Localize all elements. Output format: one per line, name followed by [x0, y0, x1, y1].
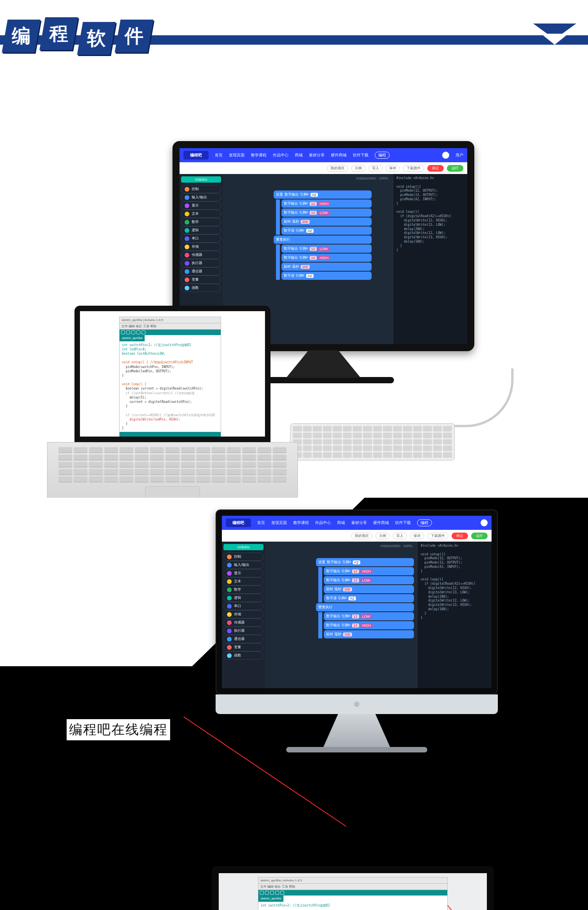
category-item[interactable]: 逻辑: [223, 594, 263, 602]
category-item[interactable]: 变量: [223, 643, 263, 651]
category-item[interactable]: 输入/输出: [181, 193, 221, 201]
toolbar-item[interactable]: 保存: [410, 533, 424, 539]
nav-item[interactable]: 教学课程: [251, 152, 267, 158]
arduino-toolbar[interactable]: [120, 330, 221, 335]
arduino-code-editor[interactable]: int switchPin=2; //定义switchPin连接D2 //添加别…: [258, 902, 447, 910]
toolbar-item[interactable]: 示例: [376, 533, 390, 539]
category-item[interactable]: 执行器: [181, 259, 221, 267]
block-digital-write[interactable]: 数字输出 引脚#12LOW: [281, 245, 372, 253]
nav-item[interactable]: 发现页面: [229, 152, 245, 158]
category-item[interactable]: 传感器: [181, 251, 221, 259]
category-item[interactable]: 变量: [181, 276, 221, 284]
category-item[interactable]: 文本: [223, 577, 263, 586]
block-stack[interactable]: 设置 数字输出 引脚# A2 数字输出 引脚#12HIGH 数字输出 引脚#13…: [316, 557, 414, 639]
window-menu[interactable]: 文件 编辑 项目 工具 帮助: [120, 323, 221, 330]
generated-code-panel[interactable]: #include <Arduino.h> void setup(){ pinMo…: [393, 174, 467, 344]
category-header[interactable]: Arduino: [181, 176, 221, 183]
block-delay[interactable]: 延时 毫秒200: [281, 218, 372, 226]
category-color-icon: [227, 645, 232, 650]
category-label: 显示: [192, 203, 199, 208]
nav-item[interactable]: 商城: [337, 520, 345, 526]
app-logo[interactable]: 编程吧: [226, 518, 251, 527]
category-item[interactable]: 数学: [181, 218, 221, 226]
arduino-toolbar[interactable]: [258, 890, 447, 895]
category-item[interactable]: 函数: [223, 651, 263, 660]
arduino-tab[interactable]: sketch_apr06a: [258, 895, 283, 901]
nav-item[interactable]: 商城: [295, 152, 303, 158]
category-item[interactable]: 存储: [181, 243, 221, 251]
generated-code-panel[interactable]: #include <Arduino.h> void setup(){ pinMo…: [417, 542, 492, 688]
block-digital-write[interactable]: 数字输出 引脚#12HIGH: [324, 567, 414, 575]
block-digital-write[interactable]: 数字输出 引脚#13HIGH: [324, 621, 414, 629]
category-item[interactable]: 控制: [223, 553, 263, 561]
block-digital-read[interactable]: 数字读 引脚#A2: [281, 227, 372, 235]
imac-foot: [286, 747, 427, 752]
block-digital-write[interactable]: 数字输出 引脚#13LOW: [281, 208, 372, 217]
nav-item[interactable]: 首页: [215, 152, 223, 158]
block-setup[interactable]: 设置 数字输出 引脚# A2: [316, 558, 414, 566]
nav-item[interactable]: 软件下载: [353, 152, 368, 158]
category-item[interactable]: 逻辑: [181, 226, 221, 234]
block-digital-write[interactable]: 数字输出 引脚#13HIGH: [281, 254, 372, 262]
category-item[interactable]: 串口: [181, 234, 221, 243]
category-item[interactable]: 串口: [223, 602, 263, 610]
nav-item[interactable]: 作品中心: [315, 520, 331, 526]
category-item[interactable]: 存储: [223, 610, 263, 618]
block-digital-write[interactable]: 数字输出 引脚#13LOW: [324, 576, 414, 584]
block-loop[interactable]: 重复执行: [274, 236, 372, 244]
toolbar-item[interactable]: 示例: [351, 165, 365, 172]
toolbar-item[interactable]: 下载固件: [427, 533, 448, 539]
block-delay[interactable]: 延时 毫秒200: [324, 585, 414, 593]
toolbar-item[interactable]: 我的项目: [327, 165, 348, 172]
user-avatar-icon[interactable]: [442, 152, 449, 159]
toolbar-item[interactable]: 导入: [393, 533, 407, 539]
app-logo[interactable]: 编程吧: [183, 151, 209, 160]
block-digital-read[interactable]: 数字读 引脚#A2: [281, 272, 372, 280]
arduino-ide-window: sketch_apr06a | Arduino 1.8.5 文件 编辑 项目 工…: [119, 317, 221, 437]
nav-item[interactable]: 素材分享: [351, 520, 367, 526]
stop-button[interactable]: 停止: [427, 165, 444, 172]
run-button[interactable]: 运行: [471, 533, 488, 539]
block-digital-read[interactable]: 数字读 引脚#A2: [324, 594, 414, 602]
category-item[interactable]: 执行器: [223, 627, 263, 635]
nav-item[interactable]: 发现页面: [271, 520, 287, 526]
nav-item[interactable]: 作品中心: [273, 152, 289, 158]
nav-item[interactable]: 软件下载: [395, 520, 411, 526]
block-loop[interactable]: 重复执行: [316, 603, 414, 611]
block-setup[interactable]: 设置 数字输出 引脚# A2: [274, 190, 372, 199]
toolbar-item[interactable]: 保存: [386, 165, 400, 172]
nav-item[interactable]: 素材分享: [309, 152, 325, 158]
window-menu[interactable]: 文件 编辑 项目 工具 帮助: [258, 884, 447, 890]
nav-item[interactable]: 硬件商城: [373, 520, 389, 526]
nav-item[interactable]: 教学课程: [293, 520, 309, 526]
category-item[interactable]: 函数: [181, 284, 221, 292]
block-delay[interactable]: 延时 毫秒100: [281, 263, 372, 271]
category-item[interactable]: 文本: [181, 210, 221, 218]
arduino-code-editor[interactable]: int switchPin=2; //定义switchPin连接D2int le…: [120, 341, 221, 432]
block-canvas[interactable]: ArduinoUNO · 100% 设置 数字输出 引脚# A2 数字输出 引脚…: [265, 542, 417, 688]
category-header[interactable]: Arduino: [223, 544, 263, 550]
block-delay[interactable]: 延时 毫秒100: [324, 630, 414, 638]
nav-pill[interactable]: 编程: [417, 519, 432, 526]
category-item[interactable]: 数学: [223, 586, 263, 594]
category-item[interactable]: 控制: [181, 185, 221, 193]
toolbar-item[interactable]: 我的项目: [351, 533, 372, 539]
nav-item[interactable]: 首页: [257, 520, 265, 526]
toolbar-item[interactable]: 下载固件: [403, 165, 424, 172]
toolbar-item[interactable]: 导入: [368, 165, 383, 172]
block-digital-write[interactable]: 数字输出 引脚#12HIGH: [281, 199, 372, 208]
category-item[interactable]: 传感器: [223, 618, 263, 627]
run-button[interactable]: 运行: [447, 165, 463, 172]
block-stack[interactable]: 设置 数字输出 引脚# A2 数字输出 引脚#12HIGH 数字输出 引脚#13…: [274, 190, 372, 281]
category-item[interactable]: 通信器: [223, 635, 263, 643]
stop-button[interactable]: 停止: [452, 533, 468, 539]
nav-pill[interactable]: 编程: [375, 152, 390, 159]
block-digital-write[interactable]: 数字输出 引脚#12LOW: [324, 612, 414, 620]
category-item[interactable]: 显示: [181, 201, 221, 210]
nav-item[interactable]: 硬件商城: [331, 152, 347, 158]
category-item[interactable]: 通信器: [181, 267, 221, 276]
category-item[interactable]: 显示: [223, 569, 263, 577]
arduino-tab[interactable]: sketch_apr06a: [120, 335, 145, 341]
category-item[interactable]: 输入/输出: [223, 561, 263, 569]
user-avatar-icon[interactable]: [481, 519, 488, 526]
